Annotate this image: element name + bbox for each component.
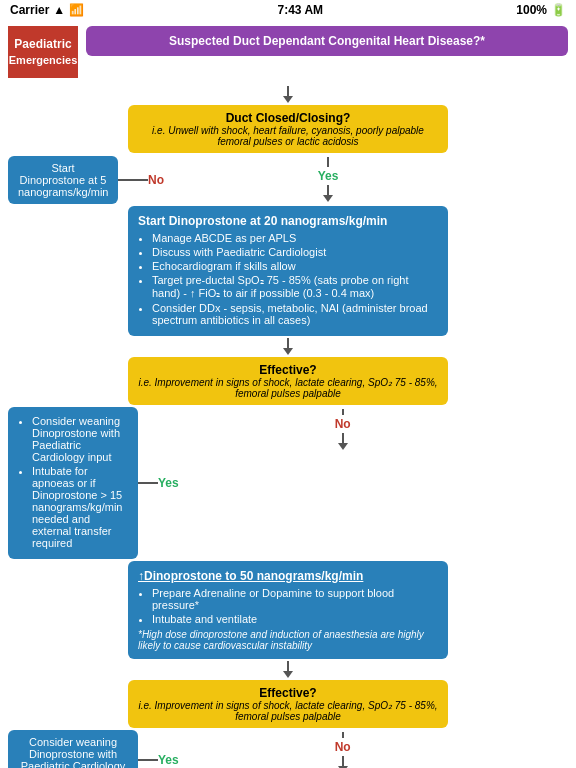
- label-yes-1: Yes: [318, 169, 339, 183]
- node3-box: Effective? i.e. Improvement in signs of …: [128, 357, 448, 405]
- battery-text: 100%: [516, 3, 547, 17]
- left-box-3: Consider weaning Dinoprostone with Paedi…: [8, 730, 138, 768]
- node2-bullets: Manage ABCDE as per APLS Discuss with Pa…: [138, 232, 438, 326]
- node4-bullet-0: Prepare Adrenaline or Dopamine to suppor…: [152, 587, 438, 611]
- label-no-1: No: [148, 173, 164, 187]
- branch-node1: Start Dinoprostone at 5 nanograms/kg/min…: [8, 155, 568, 204]
- main-title: Suspected Duct Dependant Congenital Hear…: [169, 34, 485, 48]
- left-box-2-bullets: Consider weaning Dinoprostone with Paedi…: [18, 415, 128, 549]
- node2-box: Start Dinoprostone at 20 nanograms/kg/mi…: [128, 206, 448, 336]
- branch-node3: Consider weaning Dinoprostone with Paedi…: [8, 407, 568, 559]
- node4-box: ↑Dinoprostone to 50 nanograms/kg/min Pre…: [128, 561, 448, 659]
- left-box-3-text: Consider weaning Dinoprostone with Paedi…: [21, 736, 126, 768]
- node5-box: Effective? i.e. Improvement in signs of …: [128, 680, 448, 728]
- status-bar: Carrier ▲ 📶 7:43 AM 100% 🔋: [0, 0, 576, 20]
- node1-label: Duct Closed/Closing?: [138, 111, 438, 125]
- node2-bullet-0: Manage ABCDE as per APLS: [152, 232, 438, 244]
- left-box-1-text: Start Dinoprostone at 5 nanograms/kg/min: [18, 162, 109, 198]
- branch-node5: Consider weaning Dinoprostone with Paedi…: [8, 730, 568, 768]
- node5-yellow: Effective? i.e. Improvement in signs of …: [128, 680, 448, 728]
- left-box-2-bullet-1: Intubate for apnoeas or if Dinoprostone …: [32, 465, 128, 549]
- logo-line1: Paediatric: [9, 37, 77, 53]
- node4-note: *High dose dinoprostone and induction of…: [138, 629, 438, 651]
- carrier-text: Carrier: [10, 3, 49, 17]
- node3-subtitle: i.e. Improvement in signs of shock, lact…: [138, 377, 438, 399]
- header-row: Paediatric Emergencies Suspected Duct De…: [8, 26, 568, 78]
- arrow-node3-down-pre: [342, 409, 344, 415]
- node4-label: ↑Dinoprostone to 50 nanograms/kg/min: [138, 569, 438, 583]
- arrow-yes1-down: [323, 185, 333, 202]
- node2-bullet-3: Target pre-ductal SpO₂ 75 - 85% (sats pr…: [152, 274, 438, 300]
- node2-bullet-1: Discuss with Paediatric Cardiologist: [152, 246, 438, 258]
- node5-subtitle: i.e. Improvement in signs of shock, lact…: [138, 700, 438, 722]
- node2-bullet-2: Echocardiogram if skills allow: [152, 260, 438, 272]
- node1-box: Duct Closed/Closing? i.e. Unwell with sh…: [128, 105, 448, 153]
- battery-icon: 🔋: [551, 3, 566, 17]
- label-yes-2: Yes: [158, 476, 179, 490]
- node4-bullets: Prepare Adrenaline or Dopamine to suppor…: [138, 587, 438, 625]
- main-title-box: Suspected Duct Dependant Congenital Hear…: [86, 26, 568, 56]
- label-no-3: No: [335, 740, 351, 754]
- node4-blue: ↑Dinoprostone to 50 nanograms/kg/min Pre…: [128, 561, 448, 659]
- status-right: 100% 🔋: [516, 3, 566, 17]
- node1-yellow: Duct Closed/Closing? i.e. Unwell with sh…: [128, 105, 448, 153]
- node3-yellow: Effective? i.e. Improvement in signs of …: [128, 357, 448, 405]
- node3-label: Effective?: [138, 363, 438, 377]
- node1-subtitle: i.e. Unwell with shock, heart failure, c…: [138, 125, 438, 147]
- node5-label: Effective?: [138, 686, 438, 700]
- arrow-node4-down: [283, 661, 293, 678]
- arrow-node2-down: [283, 338, 293, 355]
- arrow-title-to-node1: [283, 86, 293, 103]
- left-box-1: Start Dinoprostone at 5 nanograms/kg/min: [8, 156, 118, 204]
- left-box-2-bullet-0: Consider weaning Dinoprostone with Paedi…: [32, 415, 128, 463]
- node2-label: Start Dinoprostone at 20 nanograms/kg/mi…: [138, 214, 438, 228]
- time-display: 7:43 AM: [277, 3, 323, 17]
- main-content: Paediatric Emergencies Suspected Duct De…: [0, 20, 576, 768]
- node2-bullet-4: Consider DDx - sepsis, metabolic, NAI (a…: [152, 302, 438, 326]
- signal-icon: ▲: [53, 3, 65, 17]
- wifi-icon: 📶: [69, 3, 84, 17]
- app-logo: Paediatric Emergencies: [8, 26, 78, 78]
- arrow-node3-down: [338, 433, 348, 450]
- logo-line2: Emergencies: [9, 53, 77, 67]
- node2-blue: Start Dinoprostone at 20 nanograms/kg/mi…: [128, 206, 448, 336]
- node4-bullet-1: Intubate and ventilate: [152, 613, 438, 625]
- arrow-node5-down: [338, 756, 348, 768]
- status-left: Carrier ▲ 📶: [10, 3, 84, 17]
- arrow-node5-down-pre: [342, 732, 344, 738]
- arrow-node1-down: [327, 157, 329, 167]
- left-box-2: Consider weaning Dinoprostone with Paedi…: [8, 407, 138, 559]
- label-yes-3: Yes: [158, 753, 179, 767]
- label-no-2: No: [335, 417, 351, 431]
- flowchart: Duct Closed/Closing? i.e. Unwell with sh…: [8, 84, 568, 768]
